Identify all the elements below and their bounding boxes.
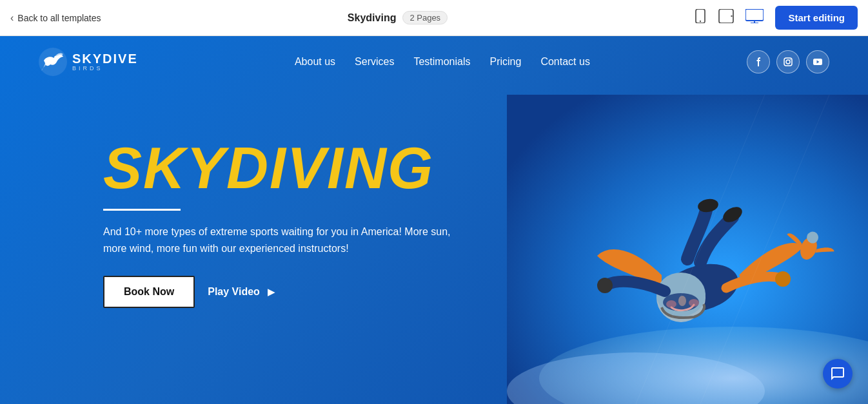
top-bar: ‹ Back to all templates Skydiving 2 Page… xyxy=(0,0,868,36)
hero-content: SKYDIVING And 10+ more types of extreme … xyxy=(103,139,464,308)
start-editing-button[interactable]: Start editing xyxy=(775,6,858,30)
social-icons xyxy=(747,50,829,73)
back-to-templates-link[interactable]: ‹ Back to all templates xyxy=(10,12,101,24)
hero-divider xyxy=(103,209,181,211)
desktop-view-icon[interactable] xyxy=(745,9,764,26)
mobile-view-icon[interactable] xyxy=(694,9,707,26)
svg-point-1 xyxy=(700,21,701,22)
logo-name: SKYDIVE xyxy=(72,52,138,66)
svg-point-22 xyxy=(678,296,686,306)
title-area: Skydiving 2 Pages xyxy=(348,11,448,24)
chevron-left-icon: ‹ xyxy=(10,12,14,24)
device-icons: Start editing xyxy=(694,6,858,30)
svg-rect-4 xyxy=(745,9,764,21)
site-title: Skydiving xyxy=(348,12,397,24)
skydiver-image xyxy=(507,95,868,404)
nav-pricing[interactable]: Pricing xyxy=(489,56,521,68)
nav-contact-us[interactable]: Contact us xyxy=(540,56,589,68)
youtube-icon[interactable] xyxy=(806,50,829,73)
svg-point-24 xyxy=(689,299,699,307)
svg-point-26 xyxy=(775,271,791,287)
svg-point-9 xyxy=(54,56,57,59)
hero-buttons: Book Now Play Video ▶ xyxy=(103,276,464,308)
svg-point-12 xyxy=(790,59,791,61)
nav-about-us[interactable]: About us xyxy=(295,56,335,68)
play-triangle-icon: ▶ xyxy=(268,287,275,297)
logo-text: SKYDIVE BIRDS xyxy=(72,52,138,72)
svg-point-3 xyxy=(731,15,733,17)
pages-badge: 2 Pages xyxy=(402,11,448,24)
instagram-icon[interactable] xyxy=(776,50,800,73)
svg-rect-10 xyxy=(784,58,792,66)
logo-sub: BIRDS xyxy=(72,66,138,72)
chat-icon xyxy=(830,366,845,381)
svg-point-23 xyxy=(666,300,676,308)
nav-services[interactable]: Services xyxy=(355,56,394,68)
nav-bar: SKYDIVE BIRDS About us Services Testimon… xyxy=(0,36,868,88)
hero-title: SKYDIVING xyxy=(103,139,464,197)
play-video-button[interactable]: Play Video ▶ xyxy=(208,286,275,298)
preview-area: SKYDIVE BIRDS About us Services Testimon… xyxy=(0,36,868,404)
hero-subtitle: And 10+ more types of extreme sports wai… xyxy=(103,224,464,256)
svg-point-11 xyxy=(786,60,790,64)
tablet-view-icon[interactable] xyxy=(718,9,734,26)
nav-testimonials[interactable]: Testimonials xyxy=(413,56,470,68)
facebook-icon[interactable] xyxy=(747,50,770,73)
logo-area: SKYDIVE BIRDS xyxy=(39,48,138,76)
book-now-button[interactable]: Book Now xyxy=(103,276,195,308)
back-label: Back to all templates xyxy=(17,13,101,23)
chat-bubble[interactable] xyxy=(823,359,853,389)
logo-bird-icon xyxy=(39,48,67,76)
nav-links: About us Services Testimonials Pricing C… xyxy=(295,56,590,68)
svg-point-25 xyxy=(597,278,613,293)
play-video-label: Play Video xyxy=(208,286,260,298)
